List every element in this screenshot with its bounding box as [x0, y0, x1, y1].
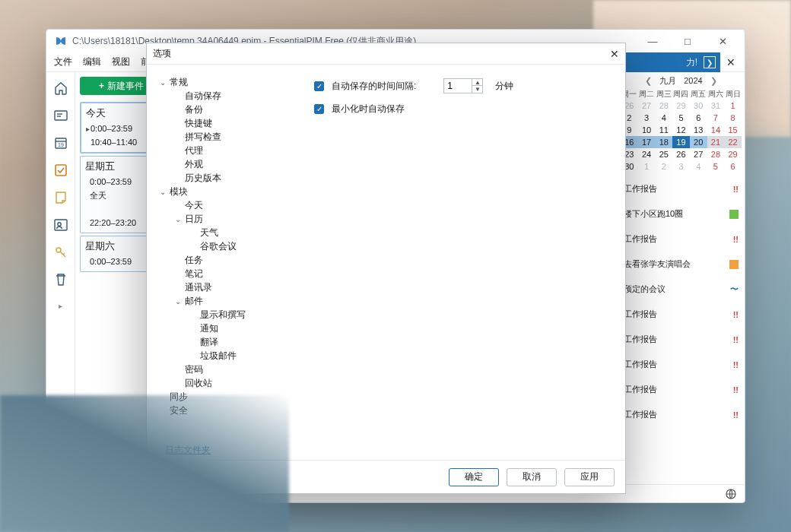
expand-icon[interactable]: ⌄ — [173, 297, 183, 306]
task-item[interactable]: 楼下小区跑10圈 — [624, 208, 739, 220]
tree-node[interactable]: ⌄邮件 — [151, 294, 294, 308]
tree-node[interactable]: 备份 — [151, 103, 294, 116]
tree-node[interactable]: 通讯录 — [151, 280, 294, 294]
calendar-day[interactable]: 27 — [638, 100, 656, 112]
autosave-interval-checkbox[interactable]: ✓ — [314, 81, 324, 91]
calendar-day[interactable]: 26 — [672, 148, 690, 160]
home-icon[interactable] — [52, 80, 69, 97]
task-item[interactable]: 工作报告!! — [624, 183, 739, 195]
ok-button[interactable]: 确定 — [449, 468, 499, 486]
log-folder-link[interactable]: 日志文件夹 — [165, 444, 211, 457]
contact-icon[interactable] — [52, 217, 69, 233]
calendar-day[interactable]: 27 — [690, 148, 707, 160]
tree-node[interactable]: 同步 — [151, 390, 294, 404]
tree-node[interactable]: 显示和撰写 — [151, 308, 294, 321]
task-item[interactable]: 工作报告!! — [624, 384, 739, 395]
calendar-day[interactable]: 17 — [638, 136, 656, 148]
calendar-day[interactable]: 28 — [707, 148, 725, 160]
calendar-day[interactable]: 29 — [724, 148, 742, 160]
calendar-day[interactable]: 2 — [655, 160, 672, 173]
task-item[interactable]: 工作报告!! — [624, 334, 739, 345]
prev-month-button[interactable]: ❮ — [645, 76, 652, 86]
calendar-day[interactable]: 12 — [672, 124, 690, 136]
calendar-icon[interactable]: 19 — [52, 135, 69, 151]
calendar-day[interactable]: 24 — [638, 148, 656, 160]
tree-node[interactable]: 通知 — [151, 321, 294, 335]
tree-node[interactable]: 垃圾邮件 — [151, 349, 294, 363]
note-icon[interactable] — [52, 189, 69, 206]
options-tree[interactable]: ⌄常规自动保存备份快捷键拼写检查代理外观历史版本⌄模块今天⌄日历天气谷歌会议任务… — [147, 65, 299, 460]
calendar-grid[interactable]: 2627282930311234567891011121314151617181… — [618, 100, 745, 173]
autosave-interval-input[interactable] — [443, 78, 472, 93]
tree-node[interactable]: 外观 — [151, 157, 294, 171]
calendar-day[interactable]: 22 — [724, 136, 742, 148]
calendar-day[interactable]: 1 — [724, 100, 742, 112]
menu-file[interactable]: 文件 — [54, 55, 72, 68]
spinner[interactable]: ▲▼ — [472, 78, 483, 93]
notification-button[interactable]: 1 — [54, 489, 73, 499]
close-button[interactable]: ✕ — [705, 30, 740, 52]
tree-node[interactable]: 今天 — [151, 198, 294, 212]
task-item[interactable]: 去看张学友演唱会 — [624, 258, 739, 270]
calendar-day[interactable]: 14 — [707, 124, 725, 136]
calendar-day[interactable]: 4 — [690, 160, 707, 173]
calendar-day[interactable]: 21 — [707, 136, 725, 148]
calendar-day[interactable]: 3 — [672, 160, 690, 173]
calendar-day[interactable]: 29 — [672, 100, 690, 112]
menu-edit[interactable]: 编辑 — [83, 55, 101, 68]
tree-node[interactable]: 自动保存 — [151, 89, 294, 103]
user-icon[interactable] — [52, 440, 69, 457]
expand-icon[interactable]: ⌄ — [157, 188, 168, 196]
calendar-day[interactable]: 20 — [690, 136, 707, 148]
calendar-day[interactable]: 6 — [690, 112, 707, 124]
tree-node[interactable]: 代理 — [151, 144, 294, 157]
task-item[interactable]: 预定的会议〜 — [624, 283, 739, 295]
calendar-day[interactable]: 10 — [638, 124, 656, 136]
tree-node[interactable]: 密码 — [151, 363, 294, 376]
task-item[interactable]: 工作报告!! — [624, 409, 739, 420]
tree-node[interactable]: 历史版本 — [151, 171, 294, 185]
calendar-day[interactable]: 1 — [638, 160, 656, 173]
task-item[interactable]: 工作报告!! — [624, 233, 739, 245]
apply-button[interactable]: 应用 — [564, 468, 615, 486]
maximize-button[interactable]: □ — [670, 30, 705, 52]
calendar-day[interactable]: 4 — [655, 112, 672, 124]
tree-node[interactable]: 拼写检查 — [151, 130, 294, 144]
tree-node[interactable]: 翻译 — [151, 335, 294, 349]
calendar-day[interactable]: 15 — [724, 124, 742, 136]
tree-node[interactable]: 回收站 — [151, 376, 294, 390]
calendar-day[interactable]: 5 — [707, 160, 725, 173]
tree-node[interactable]: 任务 — [151, 253, 294, 267]
tree-node[interactable]: 安全 — [151, 404, 294, 417]
tree-node[interactable]: 谷歌会议 — [151, 239, 294, 253]
calendar-day[interactable]: 11 — [655, 124, 672, 136]
dialog-close-button[interactable]: ✕ — [610, 48, 619, 60]
card-icon[interactable] — [52, 107, 69, 124]
next-month-button[interactable]: ❯ — [710, 76, 717, 86]
tree-node[interactable]: ⌄模块 — [151, 185, 294, 198]
calendar-day[interactable]: 30 — [690, 100, 707, 112]
tree-node[interactable]: 笔记 — [151, 267, 294, 280]
calendar-day[interactable]: 7 — [707, 112, 725, 124]
calendar-day[interactable]: 31 — [707, 100, 725, 112]
tree-node[interactable]: ⌄常规 — [151, 75, 294, 89]
calendar-day[interactable]: 25 — [655, 148, 672, 160]
calendar-day[interactable]: 5 — [672, 112, 690, 124]
calendar-day[interactable]: 13 — [690, 124, 707, 136]
calendar-day[interactable]: 8 — [724, 112, 742, 124]
task-item[interactable]: 工作报告!! — [624, 309, 739, 320]
calendar-day[interactable]: 6 — [724, 160, 742, 173]
promo-close-button[interactable]: ✕ — [723, 52, 739, 72]
minimize-button[interactable]: — — [635, 30, 670, 52]
autosave-on-minimize-checkbox[interactable]: ✓ — [314, 104, 324, 114]
cancel-button[interactable]: 取消 — [507, 468, 557, 486]
check-icon[interactable] — [52, 162, 69, 179]
calendar-day[interactable]: 3 — [638, 112, 656, 124]
expand-icon[interactable]: ⌄ — [157, 78, 168, 87]
tree-node[interactable]: ⌄日历 — [151, 212, 294, 226]
gear-icon[interactable] — [52, 467, 69, 484]
calendar-day[interactable]: 19 — [672, 136, 690, 148]
tree-node[interactable]: 天气 — [151, 226, 294, 239]
tree-node[interactable]: 快捷键 — [151, 116, 294, 130]
calendar-day[interactable]: 18 — [655, 136, 672, 148]
